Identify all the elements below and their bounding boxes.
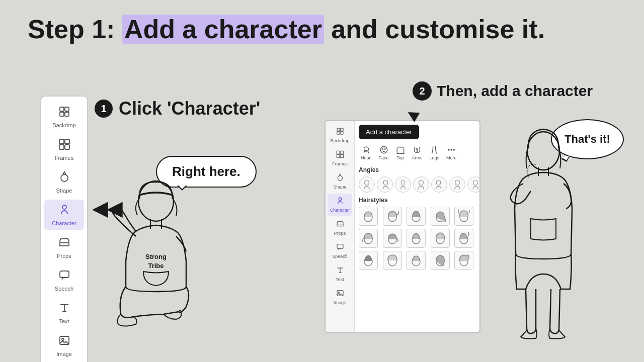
tab-more[interactable]: More xyxy=(444,144,459,161)
panel-sidebar-image[interactable]: Image xyxy=(328,286,352,308)
svg-point-32 xyxy=(384,149,385,150)
panel-sidebar-label-frames: Frames xyxy=(332,161,348,166)
svg-rect-7 xyxy=(65,145,69,149)
sidebar-item-backdrop[interactable]: Backdrop xyxy=(44,102,84,132)
svg-rect-10 xyxy=(60,271,69,278)
sidebar-item-image[interactable]: Image xyxy=(44,330,84,361)
svg-rect-26 xyxy=(337,244,343,249)
panel-sidebar-speech[interactable]: Speech xyxy=(328,240,352,262)
sidebar-item-shape[interactable]: Shape xyxy=(44,167,84,198)
panel-speech-icon xyxy=(336,243,344,253)
svg-rect-3 xyxy=(65,112,69,116)
title-prefix: Step 1: xyxy=(28,15,122,44)
svg-point-58 xyxy=(527,132,559,170)
angle-item-5[interactable] xyxy=(431,176,447,193)
tab-face[interactable]: Face xyxy=(377,144,391,161)
svg-rect-6 xyxy=(59,145,64,149)
step2-instruction: 2 Then, add a character xyxy=(413,81,593,101)
sidebar-label-character: Character xyxy=(52,220,76,226)
svg-point-24 xyxy=(338,176,342,180)
hair-item-7[interactable] xyxy=(383,229,402,248)
angle-item-6[interactable] xyxy=(449,176,465,193)
app-panel-sidebar: Backdrop Frames Shape xyxy=(326,121,355,332)
panel-frames-icon xyxy=(336,150,344,160)
svg-point-28 xyxy=(338,292,340,293)
hairstyles-grid xyxy=(359,207,475,270)
panel-sidebar-label-props: Props xyxy=(334,231,346,236)
svg-point-31 xyxy=(382,149,383,150)
hair-item-14[interactable] xyxy=(431,251,450,270)
tab-head[interactable]: Head xyxy=(359,144,374,161)
panel-sidebar-character[interactable]: Character xyxy=(328,194,352,216)
hair-item-3[interactable] xyxy=(407,207,426,226)
tab-legs[interactable]: Legs xyxy=(428,144,442,161)
app-panel: Backdrop Frames Shape xyxy=(325,120,480,333)
panel-sidebar-shape[interactable]: Shape xyxy=(328,170,352,193)
angle-item-1[interactable] xyxy=(359,176,375,193)
hair-item-12[interactable] xyxy=(383,251,402,270)
svg-point-8 xyxy=(61,174,68,182)
panel-sidebar-label-backdrop: Backdrop xyxy=(330,138,349,143)
main-sidebar: Backdrop Frames Shape xyxy=(40,96,88,362)
sidebar-item-character[interactable]: Character xyxy=(44,200,84,230)
title-suffix: and customise it. xyxy=(324,15,545,44)
hair-item-13[interactable] xyxy=(407,251,426,270)
sidebar-item-props[interactable]: Props xyxy=(44,232,84,263)
sidebar-label-shape: Shape xyxy=(56,188,72,194)
svg-rect-22 xyxy=(337,155,340,158)
svg-rect-5 xyxy=(65,139,69,144)
angle-item-3[interactable] xyxy=(395,176,411,193)
panel-sidebar-props[interactable]: Props xyxy=(328,217,352,239)
sidebar-item-speech[interactable]: Speech xyxy=(44,265,84,296)
hair-item-2[interactable] xyxy=(383,207,402,226)
panel-sidebar-label-text: Text xyxy=(336,277,344,282)
svg-point-36 xyxy=(365,180,369,185)
hair-item-8[interactable] xyxy=(407,229,426,248)
sidebar-label-frames: Frames xyxy=(55,155,73,161)
svg-rect-20 xyxy=(337,151,340,154)
hair-item-9[interactable] xyxy=(431,229,450,248)
svg-rect-19 xyxy=(340,132,343,134)
hair-item-15[interactable] xyxy=(454,251,473,270)
angle-item-4[interactable] xyxy=(413,176,429,193)
speech-icon xyxy=(58,269,70,284)
hairstyles-section-title: Hairstyles xyxy=(359,197,475,204)
shape-icon xyxy=(58,171,70,186)
sidebar-label-speech: Speech xyxy=(55,286,73,292)
tab-top[interactable]: Top xyxy=(394,144,407,161)
angle-item-2[interactable] xyxy=(377,176,393,193)
tab-arms[interactable]: Arms xyxy=(410,144,425,161)
title-highlight: Add a character xyxy=(122,15,324,44)
step1-badge: 1 xyxy=(95,100,113,118)
sidebar-item-text[interactable]: Text xyxy=(44,298,84,328)
hair-item-10[interactable] xyxy=(454,229,473,248)
panel-sidebar-backdrop[interactable]: Backdrop xyxy=(328,124,352,146)
panel-props-icon xyxy=(336,220,344,230)
svg-point-30 xyxy=(380,146,387,153)
add-character-button[interactable]: Add a character xyxy=(359,125,419,139)
hair-item-1[interactable] xyxy=(359,207,378,226)
props-icon xyxy=(58,236,70,251)
character-tabs: Head Face Top xyxy=(359,144,475,161)
angle-item-7[interactable] xyxy=(467,176,479,193)
svg-rect-16 xyxy=(337,128,340,131)
svg-point-39 xyxy=(419,180,424,185)
svg-text:Tribe: Tribe xyxy=(148,262,164,269)
svg-text:Strong: Strong xyxy=(145,253,167,260)
panel-sidebar-frames[interactable]: Frames xyxy=(328,147,352,169)
step2-badge: 2 xyxy=(413,81,432,101)
svg-point-35 xyxy=(453,149,454,150)
step1-instruction: 1 Click 'Character' xyxy=(95,98,260,119)
hair-item-4[interactable] xyxy=(431,207,450,226)
panel-shape-icon xyxy=(336,173,344,184)
hair-item-6[interactable] xyxy=(359,229,378,248)
hair-item-5[interactable] xyxy=(454,207,473,226)
sidebar-item-frames[interactable]: Frames xyxy=(44,134,84,165)
image-icon xyxy=(58,334,70,349)
svg-rect-0 xyxy=(60,107,64,111)
svg-point-12 xyxy=(62,338,64,340)
svg-point-25 xyxy=(339,198,341,200)
panel-character-icon xyxy=(336,197,344,207)
hair-item-11[interactable] xyxy=(359,251,378,270)
panel-sidebar-text[interactable]: Text xyxy=(328,263,352,285)
